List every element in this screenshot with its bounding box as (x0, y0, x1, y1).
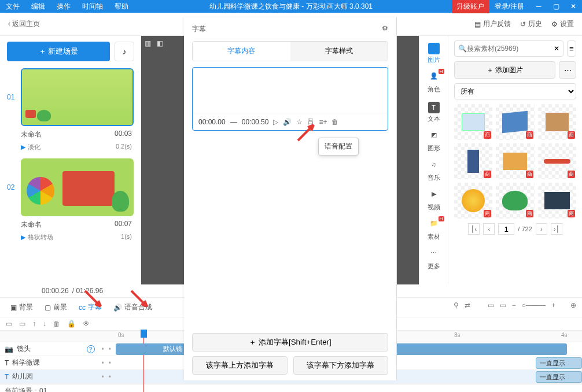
subtab-style[interactable]: 字幕样式 (290, 42, 388, 61)
status-bar: 当前场景：01 (0, 384, 582, 392)
voice-config-tooltip: 语音配置 (318, 138, 359, 156)
clip-display[interactable]: 一直显示 (536, 371, 582, 383)
text-icon: T (5, 359, 9, 367)
pager-input[interactable] (498, 223, 514, 235)
rail-video[interactable]: ▶视频 (422, 188, 445, 214)
tool-icon[interactable]: ▭ (19, 320, 25, 328)
subtitle-textarea[interactable] (193, 68, 388, 113)
scene-number: 01 (7, 93, 16, 101)
frame-icon[interactable]: ▭ (488, 301, 494, 309)
start-time[interactable]: 00:00.00 (198, 118, 226, 126)
rail-more[interactable]: ⋯更多 (422, 247, 445, 273)
star-icon[interactable]: ☆ (296, 118, 303, 126)
lock-icon[interactable]: 🔒 (67, 320, 76, 328)
rail-image[interactable]: 图片 (422, 40, 445, 66)
add-subtitle-button[interactable]: ＋ 添加字幕[Shift+Enter] (192, 333, 388, 352)
scene-name: 未命名 (21, 130, 42, 139)
tool-icon[interactable]: ▭ (6, 320, 12, 328)
rail-role[interactable]: 👤角色H (422, 70, 445, 96)
asset-item[interactable]: 商 (538, 143, 576, 179)
end-time[interactable]: 00:00.50 (242, 118, 269, 126)
menu-timeline[interactable]: 时间轴 (76, 2, 109, 12)
rail-asset[interactable]: 📁素材H (422, 217, 445, 243)
asset-item[interactable]: 商 (454, 143, 492, 179)
play-icon[interactable]: ▶ (21, 234, 25, 241)
zoom-slider[interactable]: ○──── (522, 301, 546, 309)
align-icon[interactable]: 吕 (307, 117, 314, 127)
asset-item[interactable]: 商 (538, 104, 576, 140)
add-image-button[interactable]: ＋ 添加图片 (454, 61, 555, 79)
rail-shape[interactable]: ◩图形 (422, 129, 445, 155)
pager-first[interactable]: ⎮‹ (468, 223, 480, 235)
add-above-button[interactable]: 该字幕上方添加字幕 (192, 356, 288, 375)
filter-icon[interactable]: ⚲ (454, 301, 459, 309)
gear-icon[interactable]: ⚙ (382, 24, 388, 34)
scene-thumb-1[interactable] (21, 68, 134, 126)
add-below-button[interactable]: 该字幕下方添加字幕 (293, 356, 389, 375)
search-icon: 🔍 (458, 45, 467, 53)
subtitle-entry[interactable]: 00:00.00 — 00:00.50 ▷ 🔊 ☆ 吕 ≡+ 🗑 (192, 67, 388, 131)
asset-item[interactable]: 商 (496, 183, 534, 219)
clip-display[interactable]: 一直显示 (536, 357, 582, 369)
feedback-button[interactable]: ▤ 用户反馈 (474, 19, 511, 29)
tab-tts[interactable]: 🔊 语音合成 (108, 298, 158, 317)
pager-next[interactable]: › (536, 223, 547, 235)
asset-item[interactable]: 商 (496, 104, 534, 140)
asset-grid: 商 商 商 商 商 商 商 商 商 (454, 104, 576, 219)
menu-edit[interactable]: 编辑 (25, 2, 51, 12)
tool-icon[interactable]: ↑ (32, 320, 36, 328)
pager-last[interactable]: ›⎮ (551, 223, 562, 235)
minimize-icon[interactable]: ─ (530, 2, 547, 10)
rail-music[interactable]: ♫音乐 (422, 158, 445, 184)
delete-icon[interactable]: 🗑 (53, 320, 60, 328)
arrows-icon[interactable]: ⇄ (465, 301, 470, 309)
clear-icon[interactable]: ✕ (554, 45, 559, 53)
menu-file[interactable]: 文件 (0, 2, 25, 12)
close-icon[interactable]: ✕ (565, 2, 582, 10)
history-button[interactable]: ↺ 历史 (520, 19, 542, 29)
delete-icon[interactable]: 🗑 (331, 118, 338, 126)
zoom-in-icon[interactable]: + (551, 301, 555, 309)
voice-config-icon[interactable]: 🔊 (283, 118, 292, 126)
play-icon[interactable]: ▶ (21, 143, 25, 150)
subtab-content[interactable]: 字幕内容 (193, 42, 290, 61)
text-icon: T (5, 373, 9, 381)
eye-icon[interactable]: 👁 (83, 320, 90, 328)
rail-text[interactable]: T文本 (422, 99, 445, 125)
settings-button[interactable]: ⚙ 设置 (551, 19, 574, 29)
tool-icon[interactable]: ↓ (43, 320, 46, 328)
add-track-icon[interactable]: ⊕ (570, 301, 576, 309)
pager-total: / 722 (518, 225, 532, 232)
asset-search-input[interactable] (467, 45, 554, 53)
login-button[interactable]: 登录/注册 (489, 2, 530, 12)
play-icon[interactable]: ▷ (273, 118, 278, 126)
new-scene-button[interactable]: ＋ 新建场景 (7, 42, 110, 61)
scene-duration: 00:03 (115, 130, 132, 139)
tab-foreground[interactable]: ▢ 前景 (39, 298, 73, 317)
tab-subtitle[interactable]: cc 字幕 (73, 298, 108, 317)
maximize-icon[interactable]: ▢ (547, 2, 565, 10)
asset-item[interactable]: 商 (454, 104, 492, 140)
asset-item[interactable]: 商 (454, 183, 492, 219)
subtitle-panel: 字幕 ⚙ 字幕内容 字幕样式 00:00.00 — 00:00.50 ▷ 🔊 ☆… (184, 17, 397, 380)
upgrade-button[interactable]: 升级账户 (452, 0, 489, 13)
zoom-out-icon[interactable]: − (512, 301, 516, 309)
filter-button[interactable]: ≡ (567, 40, 576, 57)
canvas-tool-icon[interactable]: ▥ (145, 39, 151, 47)
tab-background[interactable]: ▣ 背景 (5, 298, 39, 317)
more-button[interactable]: ⋯ (559, 61, 576, 79)
canvas-tool-icon[interactable]: ◧ (157, 39, 163, 47)
category-select[interactable]: 所有 (454, 83, 576, 99)
help-icon[interactable]: ? (87, 345, 95, 353)
bgm-button[interactable]: ♪ (115, 42, 134, 61)
asset-item[interactable]: 商 (538, 183, 576, 219)
scene-list-panel: ＋ 新建场景 ♪ 01 未命名 00:03 (0, 36, 141, 284)
menu-action[interactable]: 操作 (51, 2, 76, 12)
back-home-button[interactable]: ‹ 返回主页 (8, 19, 40, 29)
scene-thumb-2[interactable] (21, 158, 134, 216)
indent-icon[interactable]: ≡+ (319, 118, 327, 126)
asset-item[interactable]: 商 (496, 143, 534, 179)
menu-help[interactable]: 帮助 (109, 2, 134, 12)
pager-prev[interactable]: ‹ (483, 223, 495, 235)
frame-icon[interactable]: ▭ (500, 301, 506, 309)
